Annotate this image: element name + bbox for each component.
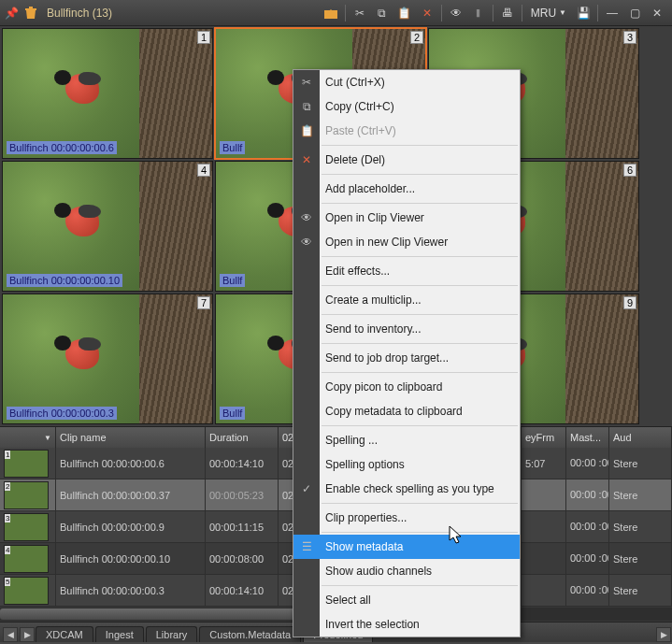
menu-item[interactable]: ✕Delete (Del): [293, 148, 520, 172]
menu-item[interactable]: ⧉Copy (Ctrl+C): [293, 94, 520, 119]
col-audio[interactable]: Aud: [609, 427, 672, 448]
tab-custom.metadata[interactable]: Custom.Metadata: [199, 626, 301, 642]
tab-nav-right[interactable]: ▶: [20, 627, 35, 642]
thumbnail[interactable]: 1Bullfinch 00:00:00:00.6: [2, 28, 213, 159]
eye-icon[interactable]: 👁: [445, 3, 467, 23]
menu-item[interactable]: Copy metadata to clipboard: [293, 399, 520, 423]
paste-icon[interactable]: 📋: [393, 3, 416, 23]
delete-icon: ✕: [298, 153, 315, 166]
menu-item[interactable]: Select all: [293, 588, 520, 612]
context-menu: ✂Cut (Ctrl+X)⧉Copy (Ctrl+C)📋Paste (Ctrl+…: [293, 69, 521, 637]
tab-library[interactable]: Library: [146, 626, 198, 642]
pin-icon[interactable]: 📌: [4, 7, 19, 20]
col-master[interactable]: Mast...: [566, 427, 609, 448]
menu-item[interactable]: 👁Open in Clip Viewer: [293, 206, 520, 230]
save-icon[interactable]: 💾: [572, 3, 594, 23]
meta-icon: ☰: [298, 540, 315, 553]
menu-item[interactable]: Send to inventory...: [293, 317, 520, 341]
print-icon[interactable]: 🖶: [496, 3, 519, 23]
close-icon[interactable]: ✕: [646, 3, 668, 23]
eye-icon: 👁: [298, 211, 315, 224]
menu-item[interactable]: Edit effects...: [293, 259, 520, 283]
eye-icon: 👁: [298, 236, 315, 249]
menu-item[interactable]: Copy picon to clipboard: [293, 375, 520, 399]
titlebar: 📌 Bullfinch (13) ✂ ⧉ 📋 ✕ 👁 ⦀ 🖶 MRU▼ 💾 — …: [0, 0, 672, 26]
menu-item[interactable]: ☰Show metadata: [293, 535, 520, 559]
col-duration[interactable]: Duration: [206, 427, 279, 448]
menu-item[interactable]: ✓Enable check spelling as you type: [293, 477, 520, 501]
maximize-icon[interactable]: ▢: [623, 3, 646, 23]
menu-item[interactable]: Clip properties...: [293, 506, 520, 530]
copy-icon: ⧉: [298, 100, 315, 113]
folder-up-icon[interactable]: [320, 3, 342, 23]
columns-icon[interactable]: ⦀: [467, 3, 490, 23]
menu-item[interactable]: Send to job drop target...: [293, 346, 520, 370]
col-picon[interactable]: [0, 427, 56, 448]
cut-icon[interactable]: ✂: [349, 3, 371, 23]
menu-item: 📋Paste (Ctrl+V): [293, 119, 520, 143]
col-clipname[interactable]: Clip name: [56, 427, 206, 448]
col-keyfrm[interactable]: eyFrm: [522, 427, 566, 448]
thumbnail[interactable]: 7Bullfinch 00:00:00:00.3: [2, 293, 213, 424]
bin-title: Bullfinch (13): [47, 7, 112, 20]
menu-item[interactable]: ✂Cut (Ctrl+X): [293, 70, 520, 94]
tab-ingest[interactable]: Ingest: [95, 626, 144, 642]
cut-icon: ✂: [298, 76, 315, 89]
menu-item[interactable]: Create a multiclip...: [293, 288, 520, 312]
minimize-icon[interactable]: —: [601, 3, 623, 23]
mru-dropdown[interactable]: MRU▼: [525, 7, 572, 20]
tab-xdcam[interactable]: XDCAM: [36, 626, 93, 642]
thumbnail[interactable]: 4Bullfinch 00:00:00:00.10: [2, 161, 213, 292]
copy-icon[interactable]: ⧉: [371, 3, 393, 23]
menu-item[interactable]: Spelling ...: [293, 428, 520, 452]
menu-item[interactable]: Invert the selection: [293, 612, 520, 637]
menu-item[interactable]: Show audio channels: [293, 559, 520, 583]
menu-item[interactable]: 👁Open in new Clip Viewer: [293, 230, 520, 254]
bin-icon[interactable]: [22, 5, 39, 21]
delete-icon[interactable]: ✕: [416, 3, 438, 23]
tab-nav-left[interactable]: ◀: [3, 627, 18, 642]
menu-item[interactable]: Add placeholder...: [293, 177, 520, 201]
menu-item[interactable]: Spelling options: [293, 452, 520, 477]
paste-icon: 📋: [298, 124, 315, 137]
check-icon: ✓: [298, 482, 315, 495]
tab-nav-end[interactable]: ▶: [656, 627, 671, 642]
